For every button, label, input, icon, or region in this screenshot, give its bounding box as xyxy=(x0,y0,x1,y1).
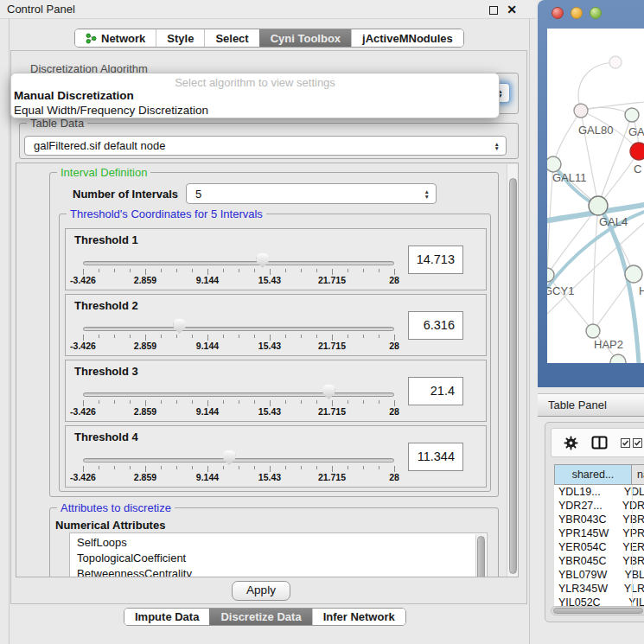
settings-scrollbar[interactable] xyxy=(507,164,519,577)
network-edge[interactable] xyxy=(578,62,615,111)
network-node[interactable] xyxy=(610,354,626,363)
node-label: GAL11 xyxy=(552,171,587,184)
network-node-hap2[interactable] xyxy=(586,324,600,338)
network-node-c[interactable] xyxy=(630,143,644,160)
network-edge[interactable] xyxy=(553,111,581,164)
network-node-gal11[interactable] xyxy=(547,156,561,172)
tick-mark xyxy=(379,269,379,272)
interval-definition-group: Interval Definition Number of Intervals … xyxy=(49,172,499,497)
cell-shared-name: YBR045C xyxy=(554,555,618,567)
table-row[interactable]: YBL079WYBL0 xyxy=(554,568,644,582)
stepper-icon: ▲▼ xyxy=(424,189,430,199)
tick-mark xyxy=(239,335,239,338)
close-traffic-light[interactable] xyxy=(552,7,564,19)
cell-name: YDR2 xyxy=(618,500,644,512)
table-row[interactable]: YBR045CYBR0 xyxy=(554,554,644,568)
slider-thumb[interactable] xyxy=(256,253,269,268)
close-icon[interactable]: ✕ xyxy=(505,0,519,19)
apply-button[interactable]: Apply xyxy=(232,581,290,601)
tick-mark xyxy=(270,400,271,406)
table-row[interactable]: YIL052CYIL0 xyxy=(554,596,644,606)
network-node-ga[interactable] xyxy=(625,108,639,122)
network-edge[interactable] xyxy=(547,275,593,331)
tick-mark xyxy=(176,400,177,404)
table-row[interactable]: YLR345WYLR3 xyxy=(554,582,644,596)
attributes-group: Attributes to discretize Numerical Attri… xyxy=(49,507,499,577)
minimize-traffic-light[interactable] xyxy=(571,7,583,19)
threshold-value-field[interactable]: 14.713 xyxy=(408,245,463,274)
zoom-traffic-light[interactable] xyxy=(590,7,602,19)
table-row[interactable]: YER054CYER0 xyxy=(554,540,644,554)
slider-thumb[interactable] xyxy=(322,385,335,399)
network-node-gal4[interactable] xyxy=(589,196,608,215)
tab-impute-data[interactable]: Impute Data xyxy=(124,609,209,625)
attribute-item-topologicalcoefficient[interactable]: TopologicalCoefficient xyxy=(70,551,487,566)
network-icon xyxy=(86,33,97,44)
num-intervals-value: 5 xyxy=(195,188,201,201)
settings-gear-icon[interactable] xyxy=(564,436,578,450)
table-toolbar xyxy=(551,428,644,457)
checkbox-icon[interactable] xyxy=(621,438,642,448)
tick-mark xyxy=(130,466,131,469)
cell-shared-name: YPR145W xyxy=(554,527,618,539)
threshold-slider[interactable]: -3.4262.8599.14415.4321.71528 xyxy=(83,360,394,423)
slider-track[interactable] xyxy=(83,261,394,265)
threshold-value-field[interactable]: 11.344 xyxy=(408,443,463,471)
column-header-name[interactable]: na xyxy=(632,464,644,485)
slider-track[interactable] xyxy=(83,392,394,397)
tab-cyni-toolbox[interactable]: Cyni Toolbox xyxy=(259,29,351,47)
tick-mark xyxy=(316,269,317,272)
network-edge[interactable] xyxy=(598,151,639,206)
tab-network[interactable]: Network xyxy=(75,29,156,47)
tick-mark xyxy=(254,335,255,338)
split-columns-icon[interactable] xyxy=(591,436,608,450)
slider-track[interactable] xyxy=(83,327,394,331)
tick-mark xyxy=(161,269,162,272)
tick-label: 15.43 xyxy=(258,341,281,351)
table-row[interactable]: YBR043CYBR0 xyxy=(554,513,644,526)
threshold-slider[interactable]: -3.4262.8599.14415.4321.71528 xyxy=(83,295,394,357)
table-horizontal-scrollbar[interactable] xyxy=(551,606,644,615)
network-node[interactable] xyxy=(609,56,622,68)
attribute-item-betweennesscentrality[interactable]: BetweennessCentrality xyxy=(70,566,487,577)
network-node-gal80[interactable] xyxy=(574,104,588,118)
dropdown-item-equal-width-frequency-discretization[interactable]: Equal Width/Frequency Discretization xyxy=(11,104,499,118)
table-row[interactable]: YPR145WYPR1 xyxy=(554,526,644,540)
threshold-value-field[interactable]: 21.4 xyxy=(408,377,463,405)
tab-select[interactable]: Select xyxy=(204,29,258,47)
num-intervals-combo[interactable]: 5 ▲▼ xyxy=(186,183,437,204)
tick-mark xyxy=(285,269,286,272)
tick-mark xyxy=(363,335,364,338)
tick-mark xyxy=(301,335,302,338)
tab-style[interactable]: Style xyxy=(156,29,204,47)
tab-infer-network[interactable]: Infer Network xyxy=(312,609,405,625)
tick-mark xyxy=(363,466,364,469)
tab-discretize-data[interactable]: Discretize Data xyxy=(209,609,311,625)
column-header-shared-name[interactable]: shared... xyxy=(554,464,632,485)
network-node-h[interactable] xyxy=(625,265,642,283)
attribute-item-selfloops[interactable]: SelfLoops xyxy=(70,535,487,551)
node-label: C xyxy=(634,163,641,175)
list-scrollbar[interactable] xyxy=(475,534,486,577)
float-window-icon[interactable] xyxy=(489,6,498,15)
group-title: Threshold's Coordinates for 5 Intervals xyxy=(67,207,266,220)
table-data-combo[interactable]: galFiltered.sif default node ▲▼ xyxy=(24,136,507,156)
tab-jactivemnodules[interactable]: jActiveMNodules xyxy=(351,29,463,47)
tab-label: Select xyxy=(215,32,248,45)
table-row[interactable]: YDL19...YDL1 xyxy=(554,485,644,499)
threshold-slider[interactable]: -3.4262.8599.14415.4321.71528 xyxy=(83,426,394,488)
threshold-value-field[interactable]: 6.316 xyxy=(408,311,463,340)
slider-track[interactable] xyxy=(83,458,394,462)
table-row[interactable]: YDR27...YDR2 xyxy=(554,499,644,513)
tick-label: 2.859 xyxy=(134,472,156,482)
threshold-slider[interactable]: -3.4262.8599.14415.4321.71528 xyxy=(83,229,394,291)
tick-mark xyxy=(316,335,317,338)
dropdown-item-manual-discretization[interactable]: Manual Discretization xyxy=(11,89,499,104)
tick-mark xyxy=(379,400,379,404)
slider-thumb[interactable] xyxy=(223,450,236,465)
cell-shared-name: YDL19... xyxy=(554,486,620,498)
slider-thumb[interactable] xyxy=(173,319,186,334)
tick-mark xyxy=(254,269,255,272)
tick-mark xyxy=(301,269,302,272)
network-canvas[interactable]: GAL80GACGAL11GAL4GCY1HHAP2 xyxy=(547,29,644,363)
